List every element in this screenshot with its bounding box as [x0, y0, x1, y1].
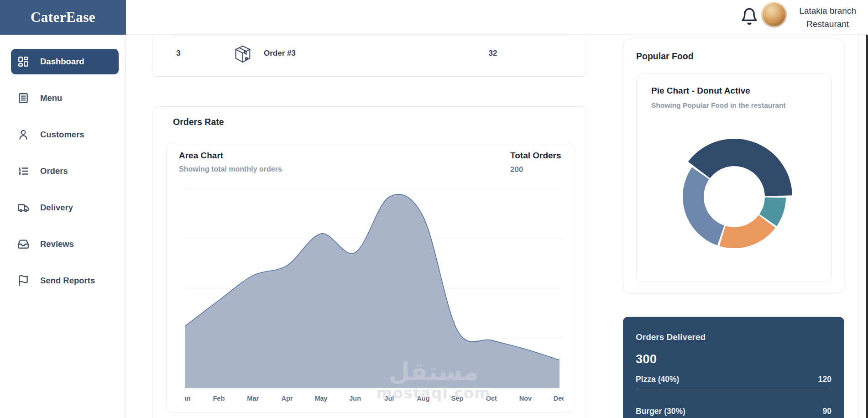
- svg-text:Sep: Sep: [451, 395, 464, 402]
- donut-slice: [719, 215, 775, 248]
- svg-text:Jan: Jan: [185, 395, 191, 402]
- orders-rate-title: Orders Rate: [173, 117, 224, 127]
- svg-text:Jun: Jun: [349, 395, 361, 402]
- delivered-row-pizza: Pizza (40%) 120: [636, 375, 831, 390]
- sidebar-item-label: Delivery: [40, 203, 73, 213]
- flag-icon: [17, 275, 29, 287]
- popular-food-title: Popular Food: [636, 51, 694, 62]
- delivered-row-value: 120: [818, 375, 831, 384]
- orders-delivered-title: Orders Delivered: [636, 332, 831, 342]
- orders-delivered-total: 300: [636, 352, 831, 366]
- reviews-icon: [17, 238, 29, 250]
- pie-chart-card: Pie Chart - Donut Active Showing Popular…: [636, 73, 832, 282]
- sidebar-item-menu[interactable]: Menu: [11, 85, 119, 111]
- menu-icon: [17, 92, 29, 104]
- orders-rate-card: Orders Rate Area Chart Showing total mon…: [152, 106, 587, 418]
- sidebar-item-label: Reviews: [40, 239, 74, 249]
- svg-text:Apr: Apr: [281, 395, 293, 402]
- pie-chart-subtitle: Showing Popular Food in the restaurant: [651, 101, 786, 110]
- delivered-row-label: Pizza (40%): [636, 375, 679, 384]
- sidebar-item-reviews[interactable]: Reviews: [11, 231, 119, 257]
- sidebar-item-label: Customers: [40, 130, 84, 140]
- customers-icon: [17, 129, 29, 141]
- table-row[interactable]: 3 Order #3 32: [152, 35, 587, 76]
- svg-text:May: May: [314, 395, 327, 402]
- avatar[interactable]: [761, 2, 787, 27]
- svg-text:Aug: Aug: [417, 395, 429, 402]
- pie-chart-title: Pie Chart - Donut Active: [651, 86, 750, 96]
- popular-food-card: Popular Food Pie Chart - Donut Active Sh…: [623, 39, 844, 293]
- sidebar-item-label: Dashboard: [40, 57, 84, 67]
- svg-text:Dec: Dec: [554, 395, 564, 402]
- orders-table-card: 3 Order #3 32: [152, 35, 587, 77]
- delivered-row-label: Burger (30%): [636, 407, 685, 416]
- order-row-id: 3: [171, 49, 186, 58]
- notifications-bell-button[interactable]: [739, 6, 759, 27]
- svg-text:Feb: Feb: [213, 395, 225, 402]
- sidebar-item-label: Menu: [40, 93, 62, 103]
- dashboard-page: CaterEase Latakia branch Restaurant Dash…: [0, 0, 868, 418]
- area-chart-title: Area Chart: [179, 151, 223, 161]
- sidebar-item-delivery[interactable]: Delivery: [11, 195, 119, 220]
- order-row-quantity: 32: [479, 49, 507, 58]
- user-name-line2: Restaurant: [799, 17, 856, 31]
- svg-text:Jul: Jul: [384, 395, 394, 402]
- donut-chart[interactable]: [666, 128, 803, 265]
- sidebar-item-dashboard[interactable]: Dashboard: [11, 49, 119, 74]
- svg-text:Nov: Nov: [519, 395, 532, 402]
- brand-logo[interactable]: CaterEase: [0, 0, 126, 35]
- dashboard-icon: [17, 56, 29, 68]
- top-header: CaterEase Latakia branch Restaurant: [0, 0, 868, 35]
- sidebar-item-send-reports[interactable]: Send Reports: [11, 268, 119, 293]
- area-chart-subtitle: Showing total monthly orders: [179, 165, 282, 173]
- donut-slice-burger: [683, 167, 724, 246]
- user-name-line1: Latakia branch: [799, 4, 856, 17]
- package-icon: [232, 44, 253, 65]
- svg-text:Oct: Oct: [486, 395, 497, 402]
- orders-delivered-card: Orders Delivered 300 Pizza (40%) 120 Bur…: [623, 317, 844, 418]
- content-right-divider: [858, 35, 858, 418]
- sidebar-item-label: Send Reports: [40, 276, 95, 286]
- delivered-row-value: 90: [823, 407, 831, 416]
- orders-icon: [17, 165, 29, 177]
- delivery-icon: [17, 202, 29, 214]
- sidebar: Dashboard Menu Customers: [0, 35, 126, 418]
- window-edge: [866, 0, 868, 418]
- total-orders-value: 200: [510, 165, 523, 174]
- svg-text:Mar: Mar: [247, 395, 259, 402]
- brand-logo-text: CaterEase: [31, 9, 95, 26]
- sidebar-item-label: Orders: [40, 166, 68, 176]
- sidebar-item-orders[interactable]: Orders: [11, 158, 119, 184]
- total-orders-label: Total Orders: [510, 151, 561, 161]
- area-chart-card: Area Chart Showing total monthly orders …: [166, 143, 574, 413]
- area-chart[interactable]: JanFebMarAprMayJunJulAugSepOctNovDec: [185, 179, 564, 407]
- order-row-name: Order #3: [264, 49, 296, 58]
- user-name: Latakia branch Restaurant: [799, 4, 856, 31]
- sidebar-item-customers[interactable]: Customers: [11, 122, 119, 147]
- delivered-row-burger: Burger (30%) 90: [636, 407, 831, 416]
- bell-icon: [740, 6, 758, 26]
